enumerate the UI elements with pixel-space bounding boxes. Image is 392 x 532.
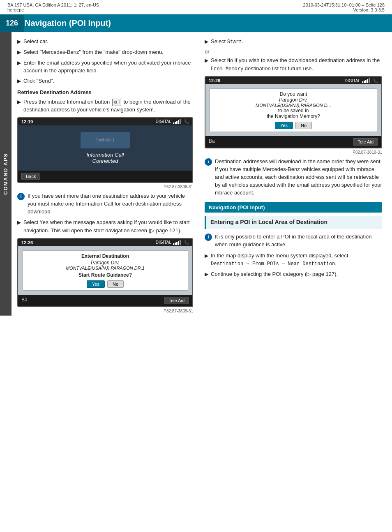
list-item: ▶ In the map display with the menu syste… — [205, 252, 382, 268]
back-button[interactable]: Back — [21, 173, 40, 180]
list-item: ▶ Select Start. — [205, 38, 382, 46]
list-item: ▶ Press the mbrace Information button ⚙ … — [17, 98, 193, 114]
bullet-text: In the map display with the menu system … — [211, 252, 382, 268]
nav-screen-header-2: 12:26 DIGITAL 📞 — [18, 239, 192, 246]
bullet-arrow-icon: ▶ — [17, 60, 21, 67]
dialog-montvale: MONTVALE(USA/NJ),PARAGON D... — [213, 103, 374, 108]
page-number: 126 — [0, 15, 24, 32]
bullet-text: Enter the email address you specified wh… — [23, 59, 193, 75]
list-item: ▶ Click "Send". — [17, 77, 193, 85]
phone-icon-2: 📞 — [184, 240, 189, 245]
dialog-paragon: Paragon Drv. — [213, 97, 374, 103]
doc-header: BA 197 USA, CA Edition A 2011; 1; 27, en… — [0, 0, 392, 14]
bullet-arrow-icon: ▶ — [17, 38, 21, 45]
right-column: ▶ Select Start. or ▶ Select No if you wi… — [201, 38, 390, 316]
dialog-buttons-2: Yes No — [26, 280, 184, 288]
list-item: ▶ Select car. — [17, 38, 193, 46]
info-circle-icon: i — [17, 193, 25, 200]
yes-button-2[interactable]: Yes — [87, 280, 105, 288]
info-note-2: i Destination addresses will download in… — [205, 158, 382, 197]
list-item: ▶ Select "Mercedes-Benz" from the "make"… — [17, 49, 193, 56]
dialog-nav-mem: the Navigation Memory? — [213, 113, 374, 119]
digital-label-2: DIGITAL 📞 — [156, 240, 189, 245]
dialog-line-montvale: MONTVALE(USA/NJ),PARAGON DR,1 — [26, 266, 184, 271]
img-caption-3: P82.87-3810-31 — [205, 150, 382, 155]
info-note-3: i It is only possible to enter a POI in … — [205, 233, 382, 249]
nav-dialog-2: External Destination Paragon Drv. MONTVA… — [22, 250, 188, 291]
bullet-arrow-icon: ▶ — [17, 219, 21, 226]
meta-right: 2010-03-24T15:31:10+01:00 – Seite 126 Ve… — [303, 2, 385, 12]
bullet-text: Press the mbrace Information button ⚙ i … — [23, 98, 193, 114]
section-divider: Navigation (POI Input) — [205, 202, 382, 213]
bullet-arrow-icon: ▶ — [205, 252, 208, 259]
signal-bars-1 — [173, 119, 181, 124]
signal-bars-2 — [173, 240, 181, 245]
left-column: ▶ Select car. ▶ Select "Mercedes-Benz" f… — [12, 38, 201, 316]
nav-time-3: 12:26 — [209, 78, 220, 83]
bullet-text: Continue by selecting the POI category (… — [211, 271, 338, 278]
bullet-text: Select "Mercedes-Benz" from the "make" d… — [23, 49, 164, 56]
nav-screen-3: 12:26 DIGITAL 📞 — [205, 76, 382, 148]
mbrace-icon: ⚙ i — [112, 99, 121, 106]
nav-screen-footer-3: Ba Tele Aid — [205, 136, 381, 148]
bullet-arrow-icon: ▶ — [205, 38, 208, 45]
nav-screen-body-1: [ vehicle ] Information Call Connected — [18, 125, 192, 171]
no-button-3[interactable]: No — [295, 122, 312, 129]
list-item: ▶ Select No if you wish to save the down… — [205, 57, 382, 73]
subsection-heading: Entering a POI in Local Area of Destinat… — [205, 216, 382, 229]
page-title-bar: 126 Navigation (POI Input) — [0, 14, 392, 32]
info-text-1: If you have sent more than one destinati… — [28, 192, 193, 216]
page-title: Navigation (POI Input) — [25, 19, 111, 28]
nav-screen-footer-2: Ba Tele Aid — [18, 295, 192, 306]
phone-icon: 📞 — [184, 119, 189, 124]
list-item: ▶ Select Yes when the message appears as… — [17, 219, 193, 234]
info-text-3: It is only possible to enter a POI in th… — [215, 233, 382, 249]
bullet-arrow-icon: ▶ — [205, 57, 208, 64]
dialog-saved-in: to be saved in — [213, 108, 374, 113]
img-caption-1: P82.87-3808-31 — [17, 185, 193, 189]
nav-screen-footer-1: Back — [18, 171, 192, 182]
nav-dialog-3: Do you want Paragon Drv. MONTVALE(USA/NJ… — [210, 88, 377, 132]
yes-button-3[interactable]: Yes — [275, 122, 293, 129]
info-text-2: Destination addresses will download in t… — [215, 158, 382, 197]
bullet-text: Click "Send". — [23, 77, 54, 85]
digital-label-1: DIGITAL 📞 — [156, 119, 189, 124]
retrieve-heading: Retrieve Destination Address — [17, 89, 193, 95]
footer-left-3: Ba — [209, 138, 215, 146]
tele-aid-button-2[interactable]: Tele Aid — [164, 297, 189, 304]
info-circle-icon-2: i — [205, 158, 212, 166]
nav-time-2: 12:26 — [21, 240, 33, 245]
nav-screen-body-3: Do you want Paragon Drv. MONTVALE(USA/NJ… — [205, 84, 381, 136]
or-text: or — [205, 49, 382, 55]
phone-icon-3: 📞 — [373, 79, 378, 83]
bullet-text: Select Yes when the message appears aski… — [23, 219, 193, 234]
nav-screen-body-2: External Destination Paragon Drv. MONTVA… — [18, 246, 192, 295]
nav-time-1: 12:19 — [21, 119, 33, 124]
dialog-want: Do you want — [213, 91, 374, 97]
footer-left-2: Ba — [21, 297, 28, 304]
dialog-line-start: Start Route Guidance? — [26, 272, 184, 278]
bullet-arrow-icon: ▶ — [17, 99, 21, 106]
meta-left: BA 197 USA, CA Edition A 2011; 1; 27, en… — [7, 2, 99, 12]
nav-screen-header-1: 12:19 DIGITAL 📞 — [18, 118, 192, 125]
vehicle-image: [ vehicle ] — [81, 132, 130, 148]
nav-screen-1: 12:19 DIGITAL 📞 — [17, 117, 193, 183]
info-note-1: i If you have sent more than one destina… — [17, 192, 193, 216]
bullet-arrow-icon: ▶ — [17, 78, 21, 85]
sidebar-label: COMAND APS — [0, 32, 12, 316]
bullet-text: Select car. — [23, 38, 48, 46]
img-caption-2: P82.87-3809-31 — [17, 309, 193, 313]
info-circle-icon-3: i — [205, 234, 212, 241]
nav-screen-2: 12:26 DIGITAL 📞 — [17, 238, 193, 307]
list-item: ▶ Continue by selecting the POI category… — [205, 271, 382, 278]
nav-screen-header-3: 12:26 DIGITAL 📞 — [205, 77, 381, 84]
dialog-buttons-3: Yes No — [213, 122, 374, 129]
dialog-line-paragon: Paragon Drv. — [26, 260, 184, 266]
bullet-text: Select Start. — [211, 38, 243, 46]
signal-bars-3 — [362, 78, 370, 83]
bullet-arrow-icon: ▶ — [205, 271, 208, 278]
no-button-2[interactable]: No — [107, 280, 124, 288]
bullet-arrow-icon: ▶ — [17, 49, 21, 56]
digital-label-3: DIGITAL 📞 — [345, 78, 378, 83]
tele-aid-button-3[interactable]: Tele Aid — [353, 138, 378, 146]
